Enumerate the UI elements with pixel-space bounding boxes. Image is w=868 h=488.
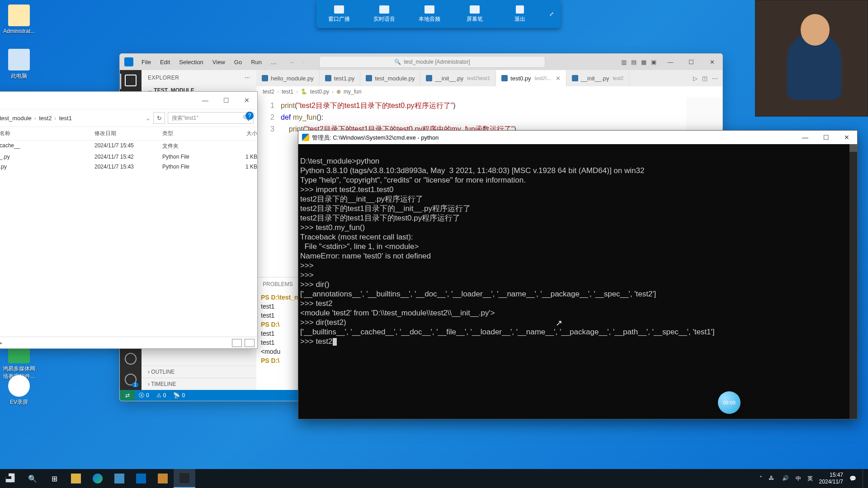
taskbar-clock[interactable]: 15:47 2024/11/7 (819, 472, 843, 485)
status-ports[interactable]: 📡 0 (170, 392, 189, 399)
tab-init-test1[interactable]: __init__.pytest2\test1 (420, 70, 496, 86)
monitor-icon (334, 5, 344, 14)
remote-indicator[interactable]: ⇄ (120, 390, 135, 401)
volume-icon[interactable]: 🔊 (782, 475, 789, 482)
tab-test0[interactable]: test0.pytest2\...✕ (496, 70, 566, 86)
menu-selection[interactable]: Selection (175, 57, 207, 67)
toolbar-voice[interactable]: 实时语音 (362, 0, 407, 28)
status-warnings[interactable]: ⚠ 0 (153, 392, 170, 399)
webcam-overlay[interactable] (755, 0, 868, 117)
taskbar-app1[interactable] (108, 469, 130, 488)
desktop-icon-admin[interactable]: Administrat... (3, 5, 35, 34)
window-close-button[interactable]: ✕ (236, 97, 257, 104)
command-center[interactable]: 🔍 test_module [Administrator] (319, 56, 545, 68)
chevron-down-icon[interactable]: ⌄ (146, 115, 151, 122)
view-details-icon[interactable] (232, 339, 242, 347)
taskbar-taskview[interactable]: ⊞ (43, 469, 65, 488)
folder-icon (71, 474, 81, 483)
toolbar-expand[interactable]: ⤢ (542, 0, 561, 28)
nav-back-icon[interactable]: ← (289, 59, 295, 66)
status-errors[interactable]: ⓧ 0 (135, 392, 153, 399)
python-icon (572, 75, 578, 81)
toolbar-pen[interactable]: 屏幕笔 (452, 0, 497, 28)
taskbar-edge[interactable] (87, 469, 108, 488)
tab-close-icon[interactable]: ✕ (556, 75, 561, 82)
cmd-output[interactable]: D:\test_module>python Python 3.8.10 (tag… (298, 144, 857, 419)
window-minimize-button[interactable]: — (660, 54, 681, 70)
help-icon[interactable]: ? (245, 112, 254, 120)
window-minimize-button[interactable]: — (195, 97, 216, 104)
breadcrumb[interactable]: test2› test1› 🐍test0.py› ⊕my_fun (256, 86, 722, 97)
window-maximize-button[interactable]: ☐ (816, 131, 836, 144)
terminal-icon (179, 473, 189, 483)
tab-init-test2[interactable]: __init__.pytest2 (566, 70, 630, 86)
scroll-right-icon[interactable]: ▸ (0, 339, 3, 346)
menu-file[interactable]: File (138, 57, 155, 67)
show-desktop-button[interactable] (863, 469, 865, 488)
settings-badge: 1 (132, 382, 138, 387)
window-close-button[interactable]: ✕ (836, 131, 857, 144)
ime-indicator2[interactable]: 英 (807, 475, 813, 483)
taskbar-app2[interactable] (152, 469, 174, 488)
layout-panel-icon[interactable]: ▤ (631, 59, 637, 66)
taskbar-search[interactable]: 🔍 (22, 469, 43, 488)
refresh-button[interactable]: ↻ (153, 112, 165, 124)
run-icon[interactable]: ▷ (693, 75, 698, 82)
explorer-more-icon[interactable]: ⋯ (245, 75, 250, 81)
window-maximize-button[interactable]: ☐ (216, 97, 236, 104)
explorer-empty-area[interactable] (0, 172, 257, 337)
tray-chevron-icon[interactable]: ˄ (760, 475, 762, 482)
toolbar-exit[interactable]: 退出 (497, 0, 542, 28)
panel-tab-problems[interactable]: PROBLEMS (263, 281, 293, 287)
cmd-scrollbar[interactable] (849, 144, 857, 419)
toolbar-audio[interactable]: 本地音频 (407, 0, 452, 28)
menu-go[interactable]: Go (231, 57, 245, 67)
search-icon: 🔍 (28, 474, 37, 483)
vscode-logo-icon (124, 57, 133, 66)
layout-secondary-icon[interactable]: ▦ (641, 59, 646, 66)
activity-explorer-icon[interactable] (125, 75, 137, 86)
view-large-icon[interactable] (245, 339, 255, 347)
column-headers[interactable]: 名称 修改日期 类型 大小 (0, 127, 257, 141)
start-button[interactable] (0, 469, 22, 488)
window-close-button[interactable]: ✕ (702, 54, 722, 70)
vscode-titlebar[interactable]: File Edit Selection View Go Run … ← → 🔍 … (120, 54, 722, 70)
explorer-titlebar[interactable]: — ☐ ✕ (0, 92, 257, 109)
tab-hello-module[interactable]: hello_module.py (256, 70, 320, 86)
tab-test-module[interactable]: test_module.py (360, 70, 420, 86)
file-row[interactable]: .py 2024/11/7 15:43 Python File 1 KB (0, 162, 257, 172)
menu-more[interactable]: … (267, 57, 280, 67)
editor-more-icon[interactable]: ⋯ (712, 75, 718, 82)
tab-test1[interactable]: test1.py (320, 70, 361, 86)
desktop-icon-evrecorder[interactable]: EV录屏 (3, 375, 35, 406)
layout-custom-icon[interactable]: ▣ (651, 59, 656, 66)
activity-account-icon[interactable] (125, 353, 137, 365)
menu-edit[interactable]: Edit (156, 57, 174, 67)
file-row[interactable]: _.py 2024/11/7 15:42 Python File 1 KB (0, 152, 257, 162)
window-maximize-button[interactable]: ☐ (681, 54, 702, 70)
cursor-icon (333, 338, 337, 346)
taskbar-cmd[interactable] (174, 469, 195, 488)
notifications-icon[interactable]: 💬 (849, 475, 856, 482)
ime-indicator[interactable]: 中 (796, 475, 801, 483)
outline-section[interactable]: › OUTLINE (142, 366, 256, 378)
taskbar: 🔍 ⊞ ˄ 🖧 🔊 中 英 15:47 2024/11/7 💬 (0, 469, 868, 488)
window-minimize-button[interactable]: — (795, 131, 816, 144)
file-row[interactable]: cache__ 2024/11/7 15:45 文件夹 (0, 141, 257, 152)
layout-sidebar-icon[interactable]: ▥ (621, 59, 627, 66)
taskbar-explorer[interactable] (65, 469, 87, 488)
split-editor-icon[interactable]: ◫ (702, 75, 708, 82)
desktop-icon-thispc[interactable]: 此电脑 (3, 49, 35, 80)
network-icon[interactable]: 🖧 (769, 475, 776, 482)
explorer-search[interactable]: 搜索"test1" 🔍 (168, 112, 254, 124)
address-bar[interactable]: test_module› test2› test1 ⌄ (0, 115, 151, 122)
taskbar-vscode[interactable] (130, 469, 152, 488)
menu-view[interactable]: View (209, 57, 229, 67)
timeline-section[interactable]: › TIMELINE (142, 378, 256, 390)
recording-timer-badge[interactable]: 09:09 (718, 391, 741, 414)
nav-fwd-icon[interactable]: → (300, 59, 306, 66)
activity-settings-icon[interactable]: 1 (125, 374, 137, 385)
cmd-titlebar[interactable]: 管理员: C:\Windows\System32\cmd.exe - pytho… (298, 131, 857, 144)
menu-run[interactable]: Run (247, 57, 265, 67)
toolbar-broadcast[interactable]: 窗口广播 (316, 0, 362, 28)
